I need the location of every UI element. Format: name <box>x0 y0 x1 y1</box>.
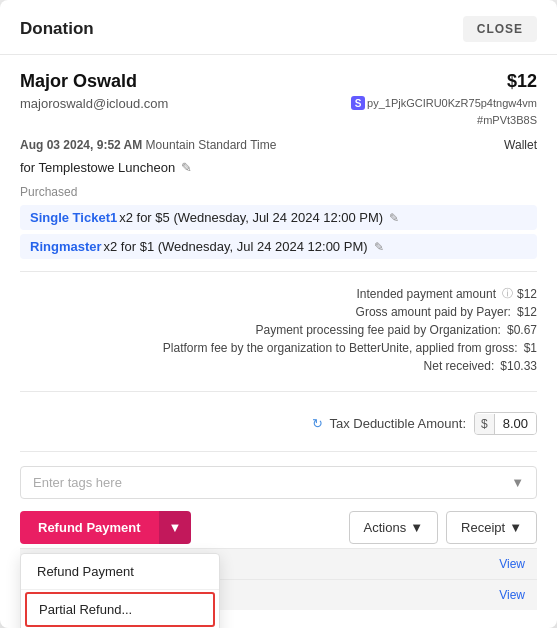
tax-value[interactable]: 8.00 <box>495 413 536 434</box>
stripe-badge: S <box>351 96 365 110</box>
actions-chevron-icon: ▼ <box>410 520 423 535</box>
tags-dropdown[interactable]: Enter tags here ▼ <box>20 466 537 499</box>
modal-title: Donation <box>20 19 94 39</box>
left-buttons: Refund Payment ▼ Refund Payment Partial … <box>20 511 191 544</box>
refund-caret-button[interactable]: ▼ <box>159 511 192 544</box>
receipt-chevron-icon: ▼ <box>509 520 522 535</box>
fin-label-1: Gross amount paid by Payer: <box>356 305 511 319</box>
stripe-hash: #mPVt3B8S <box>477 114 537 126</box>
ticket-details-0: x2 for $5 (Wednesday, Jul 24 2024 12:00 … <box>119 210 383 225</box>
donor-email: majoroswald@icloud.com <box>20 96 168 111</box>
fin-value-2: $0.67 <box>507 323 537 337</box>
ticket-item-1: Ringmaster x2 for $1 (Wednesday, Jul 24 … <box>20 234 537 259</box>
fin-label-4: Net received: <box>424 359 495 373</box>
bg-view-link-0[interactable]: View <box>499 557 525 571</box>
stripe-ref-block: S py_1PjkGCIRU0KzR75p4tngw4vm #mPVt3B8S <box>351 96 537 128</box>
tickets-list: Single Ticket1 x2 for $5 (Wednesday, Jul… <box>20 205 537 259</box>
refund-dropdown-menu: Refund Payment Partial Refund... Refund … <box>20 553 220 628</box>
tax-row: ↻ Tax Deductible Amount: $ 8.00 <box>20 404 537 439</box>
transaction-date: Aug 03 2024, 9:52 AM Mountain Standard T… <box>20 138 276 152</box>
receipt-button[interactable]: Receipt ▼ <box>446 511 537 544</box>
fin-value-3: $1 <box>524 341 537 355</box>
ticket-name-1[interactable]: Ringmaster <box>30 239 102 254</box>
modal-header: Donation CLOSE <box>0 0 557 55</box>
fin-value-1: $12 <box>517 305 537 319</box>
donor-name: Major Oswald <box>20 71 137 92</box>
fin-label-3: Platform fee by the organization to Bett… <box>163 341 518 355</box>
ticket-name-0[interactable]: Single Ticket1 <box>30 210 117 225</box>
tax-label: Tax Deductible Amount: <box>329 416 466 431</box>
financial-row-2: Payment processing fee paid by Organizat… <box>20 321 537 339</box>
purchased-label: Purchased <box>20 185 537 199</box>
donor-email-row: majoroswald@icloud.com S py_1PjkGCIRU0Kz… <box>20 96 537 128</box>
receipt-label: Receipt <box>461 520 505 535</box>
dropdown-item-partial-refund[interactable]: Partial Refund... <box>25 592 215 627</box>
refund-payment-button[interactable]: Refund Payment <box>20 511 159 544</box>
ticket-edit-icon-0[interactable]: ✎ <box>389 211 399 225</box>
ticket-details-1: x2 for $1 (Wednesday, Jul 24 2024 12:00 … <box>104 239 368 254</box>
fin-value-0: $12 <box>517 287 537 301</box>
timezone: Mountain Standard Time <box>146 138 277 152</box>
financial-row-3: Platform fee by the organization to Bett… <box>20 339 537 357</box>
ticket-edit-icon-1[interactable]: ✎ <box>374 240 384 254</box>
donation-amount: $12 <box>507 71 537 92</box>
chevron-down-icon: ▼ <box>511 475 524 490</box>
actions-label: Actions <box>364 520 407 535</box>
financial-row-1: Gross amount paid by Payer: $12 <box>20 303 537 321</box>
info-icon-0: ⓘ <box>502 286 513 301</box>
fin-value-4: $10.33 <box>500 359 537 373</box>
action-buttons-row: Refund Payment ▼ Refund Payment Partial … <box>20 511 537 544</box>
bg-view-link-1[interactable]: View <box>499 588 525 602</box>
for-label: for Templestowe Luncheon <box>20 160 175 175</box>
financial-row-0: Intended payment amount ⓘ $12 <box>20 284 537 303</box>
divider-3 <box>20 451 537 452</box>
date-row: Aug 03 2024, 9:52 AM Mountain Standard T… <box>20 138 537 152</box>
financial-rows: Intended payment amount ⓘ $12 Gross amou… <box>20 284 537 379</box>
tags-placeholder: Enter tags here <box>33 475 122 490</box>
fin-label-0: Intended payment amount <box>357 287 496 301</box>
tags-section: Enter tags here ▼ <box>20 466 537 499</box>
ticket-item-0: Single Ticket1 x2 for $5 (Wednesday, Jul… <box>20 205 537 230</box>
right-buttons: Actions ▼ Receipt ▼ <box>349 511 537 544</box>
edit-for-icon[interactable]: ✎ <box>181 160 192 175</box>
divider-1 <box>20 271 537 272</box>
dropdown-item-refund-payment[interactable]: Refund Payment <box>21 554 219 590</box>
tax-input-group[interactable]: $ 8.00 <box>474 412 537 435</box>
donor-row: Major Oswald $12 <box>20 71 537 92</box>
divider-2 <box>20 391 537 392</box>
actions-button[interactable]: Actions ▼ <box>349 511 439 544</box>
financial-row-4: Net received: $10.33 <box>20 357 537 375</box>
refresh-icon[interactable]: ↻ <box>312 416 323 431</box>
tax-currency: $ <box>475 414 495 434</box>
modal-body: Major Oswald $12 majoroswald@icloud.com … <box>0 55 557 626</box>
fin-label-2: Payment processing fee paid by Organizat… <box>255 323 500 337</box>
donation-modal: Donation CLOSE Major Oswald $12 majorosw… <box>0 0 557 628</box>
stripe-ref: py_1PjkGCIRU0KzR75p4tngw4vm <box>367 97 537 109</box>
payment-method: Wallet <box>504 138 537 152</box>
for-row: for Templestowe Luncheon ✎ <box>20 160 537 175</box>
close-button[interactable]: CLOSE <box>463 16 537 42</box>
